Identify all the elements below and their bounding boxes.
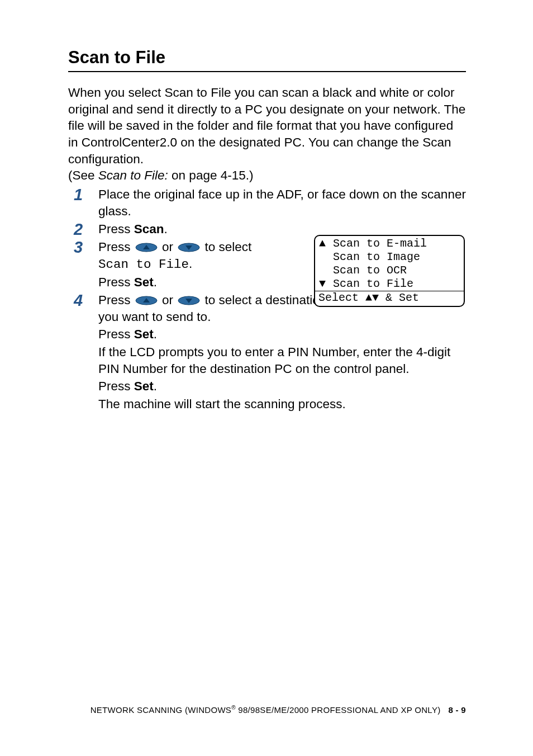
down-arrow-key-icon bbox=[178, 243, 200, 252]
lcd-text: Scan to File bbox=[326, 277, 413, 290]
cross-reference: (See Scan to File: on page 4-15.) bbox=[68, 168, 466, 183]
step-text: Press or to select Scan to File. bbox=[98, 239, 327, 273]
page-number: 8 - 9 bbox=[448, 705, 466, 715]
step-text: The machine will start the scanning proc… bbox=[98, 396, 466, 413]
step-number: 2 bbox=[68, 221, 98, 238]
down-triangle-icon: ▼ bbox=[318, 277, 326, 291]
step-text: Place the original face up in the ADF, o… bbox=[98, 186, 466, 219]
or-label: or bbox=[159, 293, 177, 307]
xref-suffix: on page 4-15.) bbox=[168, 168, 254, 182]
up-triangle-icon: ▲ bbox=[318, 237, 326, 251]
step-number: 4 bbox=[68, 292, 98, 309]
lcd-line: Scan to OCR bbox=[315, 264, 464, 277]
lcd-text: Scan to E-mail bbox=[326, 237, 427, 250]
lcd-line: Scan to Image bbox=[315, 251, 464, 264]
spacer bbox=[318, 251, 326, 264]
lcd-display: ▲ Scan to E-mail Scan to Image Scan to O… bbox=[314, 235, 465, 307]
step-number: 3 bbox=[68, 239, 98, 256]
menu-selection: Scan to File bbox=[98, 257, 189, 272]
lcd-line: ▼ Scan to File bbox=[315, 277, 464, 291]
step-number: 1 bbox=[68, 186, 98, 203]
step-body: Press or to select a destination you wan… bbox=[98, 292, 466, 413]
step-4: 4 Press or to select a destination you w… bbox=[68, 292, 466, 413]
page-footer: NETWORK SCANNING (WINDOWS® 98/98SE/ME/20… bbox=[0, 705, 533, 715]
footer-suffix: 98/98SE/ME/2000 PROFESSIONAL AND XP ONLY… bbox=[236, 705, 441, 715]
xref-title[interactable]: Scan to File: bbox=[98, 168, 168, 182]
registered-icon: ® bbox=[231, 705, 236, 711]
press-label: Press bbox=[98, 293, 134, 307]
to-select-label: to select bbox=[201, 240, 251, 254]
period: . bbox=[154, 327, 157, 341]
footer-prefix: NETWORK SCANNING (WINDOWS bbox=[91, 705, 232, 715]
period: . bbox=[154, 379, 157, 393]
scan-key-label: Scan bbox=[134, 222, 164, 236]
period: . bbox=[154, 275, 157, 289]
step-text: Press Set. bbox=[98, 378, 466, 395]
up-arrow-key-icon bbox=[135, 296, 158, 305]
step-body: Place the original face up in the ADF, o… bbox=[98, 186, 466, 219]
press-label: Press bbox=[98, 379, 134, 393]
xref-prefix: (See bbox=[68, 168, 98, 182]
set-key-label: Set bbox=[134, 275, 154, 289]
step-text: Press Set. bbox=[98, 274, 327, 291]
step-1: 1 Place the original face up in the ADF,… bbox=[68, 186, 466, 219]
set-key-label: Set bbox=[134, 379, 154, 393]
period: . bbox=[164, 222, 168, 236]
spacer bbox=[318, 264, 326, 277]
lcd-text: Scan to Image bbox=[326, 251, 420, 263]
period: . bbox=[189, 257, 192, 271]
lcd-footer: Select ▲▼ & Set bbox=[315, 291, 464, 306]
heading-scan-to-file: Scan to File bbox=[68, 48, 466, 72]
press-label: Press bbox=[98, 222, 134, 236]
lcd-line: ▲ Scan to E-mail bbox=[315, 237, 464, 251]
lcd-text: Scan to OCR bbox=[326, 264, 407, 277]
step-body: Press or to select Scan to File. Press S… bbox=[98, 239, 327, 291]
set-key-label: Set bbox=[134, 327, 154, 341]
step-text: If the LCD prompts you to enter a PIN Nu… bbox=[98, 344, 466, 377]
page: Scan to File When you select Scan to Fil… bbox=[0, 0, 533, 756]
intro-paragraph: When you select Scan to File you can sca… bbox=[68, 84, 466, 167]
step-text: Press Set. bbox=[98, 326, 466, 343]
press-label: Press bbox=[98, 327, 134, 341]
down-arrow-key-icon bbox=[178, 296, 200, 305]
or-label: or bbox=[159, 240, 177, 254]
press-label: Press bbox=[98, 240, 134, 254]
step-text: Press or to select a destination you wan… bbox=[98, 292, 327, 325]
press-label: Press bbox=[98, 275, 134, 289]
up-arrow-key-icon bbox=[135, 243, 158, 252]
